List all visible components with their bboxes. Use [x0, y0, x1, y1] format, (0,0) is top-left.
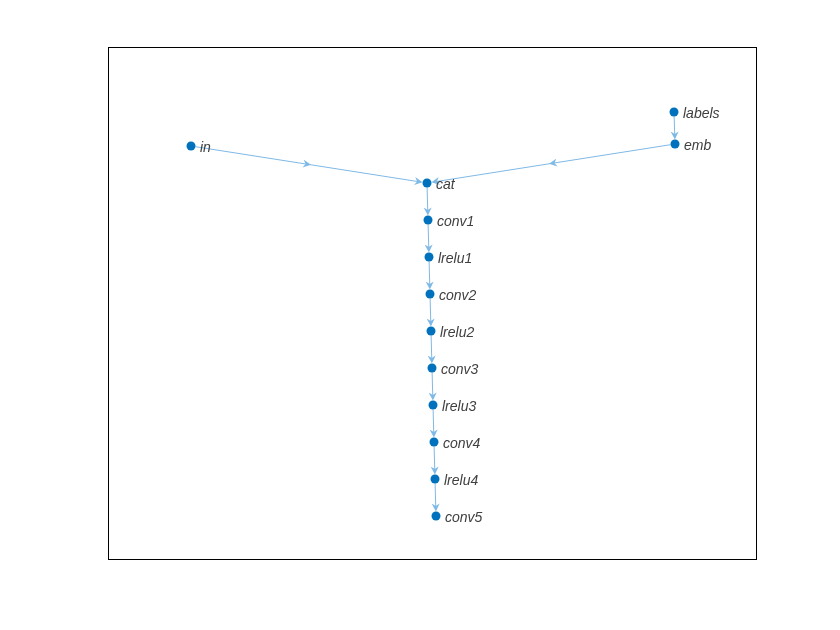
node-label-emb: emb	[684, 137, 711, 153]
edge-conv1-lrelu1	[428, 224, 429, 250]
node-labels	[670, 108, 679, 117]
node-conv4	[430, 438, 439, 447]
edge-conv4-lrelu4	[434, 446, 435, 472]
node-lrelu1	[425, 253, 434, 262]
node-in	[187, 142, 196, 151]
node-label-conv5: conv5	[445, 509, 482, 525]
node-label-labels: labels	[683, 105, 720, 121]
node-conv5	[432, 512, 441, 521]
node-label-lrelu4: lrelu4	[444, 472, 478, 488]
node-lrelu3	[429, 401, 438, 410]
node-label-lrelu1: lrelu1	[438, 250, 472, 266]
nodes-layer	[187, 108, 680, 521]
diagram-canvas: inlabelsembcatconv1lrelu1conv2lrelu2conv…	[108, 47, 757, 560]
edge-cat-conv1	[427, 187, 428, 213]
edge-lrelu2-conv3	[431, 335, 432, 361]
node-label-in: in	[200, 139, 211, 155]
node-lrelu2	[427, 327, 436, 336]
network-diagram	[109, 48, 758, 561]
node-emb	[671, 140, 680, 149]
node-lrelu4	[431, 475, 440, 484]
edge-in-cat	[195, 147, 420, 182]
edge-conv2-lrelu2	[430, 298, 431, 324]
node-label-conv3: conv3	[441, 361, 478, 377]
node-label-lrelu2: lrelu2	[440, 324, 474, 340]
edge-lrelu1-conv2	[429, 261, 430, 287]
node-label-conv2: conv2	[439, 287, 476, 303]
edge-labels-emb	[674, 116, 675, 137]
node-conv2	[426, 290, 435, 299]
node-conv1	[424, 216, 433, 225]
node-label-conv4: conv4	[443, 435, 480, 451]
edge-emb-cat	[433, 145, 670, 182]
edge-lrelu4-conv5	[435, 483, 436, 509]
node-label-lrelu3: lrelu3	[442, 398, 476, 414]
node-label-cat: cat	[436, 176, 455, 192]
edge-conv3-lrelu3	[432, 372, 433, 398]
edge-lrelu3-conv4	[433, 409, 434, 435]
node-label-conv1: conv1	[437, 213, 474, 229]
node-cat	[423, 179, 432, 188]
node-conv3	[428, 364, 437, 373]
